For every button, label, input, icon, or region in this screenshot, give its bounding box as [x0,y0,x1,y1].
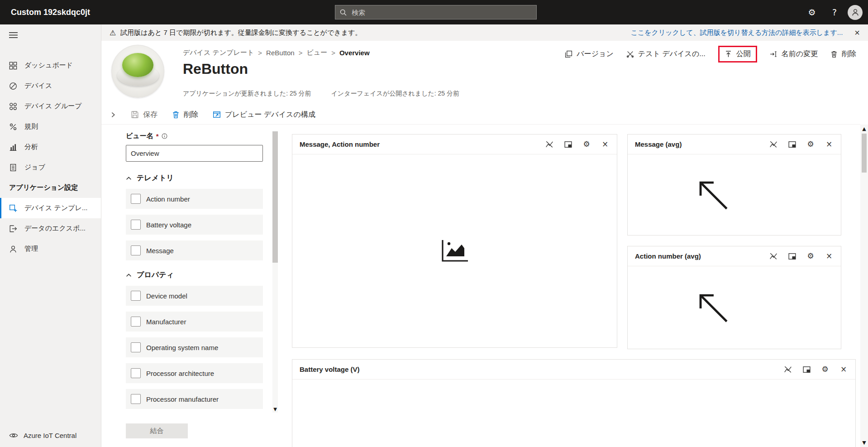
checkbox-battery-voltage[interactable] [131,220,141,230]
card-view-icon[interactable] [802,365,811,374]
topbar-actions: ⚙ ? [802,0,863,24]
sidebar-section-app-settings: アプリケーション設定 [0,178,101,198]
close-icon[interactable]: × [839,365,848,374]
nav-sidebar: ダッシュボード デバイス デバイス グループ 規則 分析 ジョブ アプリケーショ… [0,24,101,447]
app-title: Custom 192skdqc0jt [11,0,90,24]
gear-icon[interactable]: ⚙ [806,252,815,261]
panel-collapse-button[interactable] [109,112,116,118]
form-panel-scrollbar[interactable]: ▼ [272,131,278,413]
rename-button[interactable]: 名前の変更 [770,49,818,59]
sidebar-item-rules[interactable]: 規則 [0,116,101,137]
close-icon[interactable]: × [825,252,834,261]
trial-banner-link[interactable]: ここをクリックして、試用版を切り替える方法の詳細を表示します... [630,29,843,37]
property-row-processor-manufacturer[interactable]: Processor manufacturer [126,389,263,409]
form-scrollbar-down-arrow[interactable]: ▼ [272,407,278,412]
telemetry-row-battery-voltage[interactable]: Battery voltage [126,215,263,235]
person-icon [851,8,859,16]
sidebar-footer-azure-iot-central[interactable]: Azure IoT Central [0,423,101,447]
sidebar-item-devices[interactable]: デバイス [0,76,101,96]
telemetry-section-header[interactable]: テレメトリ [126,173,263,183]
chevron-up-icon [126,273,132,277]
checkbox-message[interactable] [131,245,141,255]
breadcrumb-device-templates[interactable]: デバイス テンプレート [183,48,254,57]
gear-icon[interactable]: ⚙ [806,140,815,149]
publish-button[interactable]: 公開 [725,49,751,59]
delete-template-button[interactable]: 削除 [830,49,856,59]
version-button[interactable]: バージョン [565,49,614,59]
card-view-icon[interactable] [787,140,796,149]
chart-placeholder-icon [440,238,470,264]
breadcrumb-rebutton[interactable]: ReButton [266,49,295,57]
test-devices-icon [626,50,634,58]
gear-icon[interactable]: ⚙ [820,365,830,374]
no-data-chart-icon[interactable] [769,140,778,149]
device-template-image[interactable] [111,45,164,98]
search-input[interactable] [351,8,532,17]
test-devices-button[interactable]: テスト デバイスの... [626,49,706,59]
tile-title: Action number (avg) [635,252,701,260]
sidebar-item-device-templates[interactable]: デバイス テンプレ... [0,198,101,218]
property-row-manufacturer[interactable]: Manufacturer [126,312,263,332]
administration-icon [9,245,17,253]
close-icon[interactable]: × [825,140,834,149]
sidebar-item-analytics[interactable]: 分析 [0,137,101,157]
page-scrollbar-up-arrow[interactable]: ▲ [860,126,868,132]
warning-icon: ⚠ [110,29,116,37]
form-scrollbar-thumb[interactable] [272,131,278,263]
annotation-highlight-publish: 公開 [718,46,757,62]
sidebar-item-dashboard[interactable]: ダッシュボード [0,55,101,76]
no-data-chart-icon[interactable] [545,140,554,149]
checkbox-device-model[interactable] [131,291,141,301]
checkbox-operating-system-name[interactable] [131,342,141,352]
status-row: アプリケーションが更新されました: 25 分前 インターフェイスが公開されました… [183,90,459,98]
data-export-icon [9,225,17,233]
property-row-device-model[interactable]: Device model [126,286,263,306]
preview-device-config-label: プレビュー デバイスの構成 [225,110,315,120]
close-icon[interactable]: × [601,140,610,149]
publish-icon [725,50,732,58]
preview-device-config-button[interactable]: プレビュー デバイスの構成 [213,110,315,120]
global-search[interactable] [335,5,537,19]
chevron-right-icon [110,112,115,118]
checkbox-action-number[interactable] [131,194,141,204]
version-icon [565,50,572,58]
checkbox-processor-architecture[interactable] [131,368,141,378]
property-row-processor-architecture[interactable]: Processor architecture [126,363,263,383]
device-image-green-button [122,53,153,77]
checkbox-processor-manufacturer[interactable] [131,394,141,404]
card-view-icon[interactable] [563,140,572,149]
telemetry-row-action-number[interactable]: Action number [126,189,263,209]
required-asterisk: * [156,132,159,140]
property-row-operating-system-name[interactable]: Operating system name [126,337,263,357]
card-view-icon[interactable] [787,252,796,261]
no-data-chart-icon[interactable] [783,365,792,374]
view-name-input[interactable] [126,145,263,162]
hamburger-menu-button[interactable] [0,24,101,45]
checkbox-manufacturer[interactable] [131,317,141,327]
help-icon[interactable]: ? [825,3,844,22]
save-button[interactable]: 保存 [131,110,157,120]
tile-header: Message (avg) ⚙ × [628,135,841,154]
properties-section-header[interactable]: プロパティ [126,270,263,280]
page-scrollbar-down-arrow[interactable]: ▼ [860,440,868,446]
telemetry-row-message[interactable]: Message [126,240,263,260]
no-data-chart-icon[interactable] [769,252,778,261]
page-scrollbar-thumb[interactable] [862,134,867,173]
gear-icon[interactable]: ⚙ [582,140,591,149]
sidebar-item-device-groups[interactable]: デバイス グループ [0,96,101,116]
tile-action-icons: ⚙ × [783,365,848,374]
sidebar-item-administration[interactable]: 管理 [0,239,101,259]
page-title: ReButton [183,61,248,77]
breadcrumb-views[interactable]: ビュー [306,48,327,57]
telemetry-item-label: Action number [146,195,190,203]
sidebar-item-jobs[interactable]: ジョブ [0,157,101,178]
user-avatar[interactable] [848,5,863,20]
page-scrollbar[interactable]: ▲ ▼ [860,125,868,447]
tile-action-icons: ⚙ × [545,140,610,149]
delete-view-button[interactable]: 削除 [172,110,198,120]
banner-close-icon[interactable]: × [854,28,860,37]
sidebar-item-label: 分析 [24,143,38,151]
settings-gear-icon[interactable]: ⚙ [802,3,821,22]
combine-button[interactable]: 結合 [126,423,188,438]
sidebar-item-data-export[interactable]: データのエクスポ... [0,218,101,239]
